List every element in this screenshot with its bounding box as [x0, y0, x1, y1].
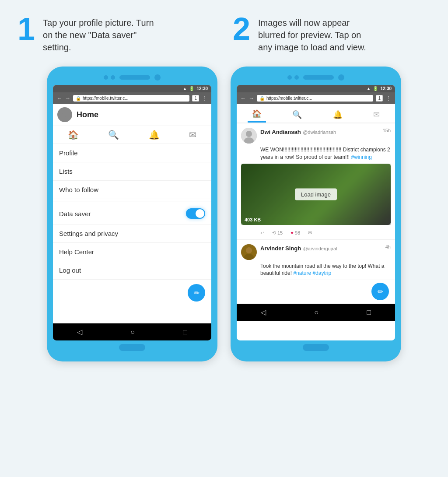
- menu-item-who-to-follow[interactable]: Who to follow: [53, 181, 211, 199]
- tweet-2-meta: Arvinder Singh @arvindergujral: [260, 244, 382, 252]
- back-android-button-2[interactable]: ◁: [261, 308, 266, 316]
- forward-button[interactable]: →: [65, 95, 70, 102]
- forward-button-2[interactable]: →: [248, 95, 254, 102]
- data-saver-toggle[interactable]: [186, 208, 205, 219]
- url-bar[interactable]: 🔒 https://mobile.twitter.c...: [73, 95, 189, 102]
- svg-point-6: [246, 247, 252, 253]
- menu-item-settings[interactable]: Settings and privacy: [53, 224, 211, 243]
- home-android-button[interactable]: ○: [130, 328, 135, 336]
- svg-point-0: [62, 111, 67, 116]
- phone-dot-4: [294, 75, 299, 80]
- tab-messages[interactable]: ✉: [369, 108, 384, 122]
- compose-button[interactable]: ✏: [188, 284, 205, 302]
- phone-dot-3: [287, 75, 292, 80]
- tweet-1-avatar: [241, 128, 257, 144]
- compose-icon: ✏: [194, 289, 200, 297]
- status-time: 12:30: [196, 86, 208, 91]
- menu-item-profile[interactable]: Profile: [53, 144, 211, 162]
- phone-2-home-button[interactable]: [303, 344, 329, 351]
- lock-icon: 🔒: [76, 96, 81, 101]
- tweet-2-body: Took the mountain road all the way to th…: [241, 263, 391, 277]
- home-android-button-2[interactable]: ○: [314, 309, 318, 316]
- tweet-1-body: WE WON!!!!!!!!!!!!!!!!!!!!!!!!!!!!!!!!!!…: [241, 146, 391, 161]
- profile-avatar[interactable]: [57, 107, 72, 122]
- menu-item-data-saver[interactable]: Data saver: [53, 203, 211, 224]
- signal-icon-2: ▲: [367, 86, 371, 91]
- step-1-number: 1: [18, 13, 35, 45]
- notifications-icon[interactable]: 🔔: [149, 130, 160, 140]
- retweet-button[interactable]: ⟲ 15: [272, 230, 283, 236]
- menu-item-help[interactable]: Help Center: [53, 243, 211, 261]
- tweet-2-avatar: [241, 244, 257, 260]
- messages-icon[interactable]: ✉: [189, 130, 196, 140]
- back-button-2[interactable]: ←: [240, 95, 246, 102]
- url-bar-2[interactable]: 🔒 https://mobile.twitter.c...: [257, 95, 373, 102]
- phone-1-speaker: [119, 75, 150, 80]
- tweet-1: Dwi Andiansah @dwiadriansah 15h WE WON!!…: [237, 123, 395, 240]
- tweet-2-handle: @arvindergujral: [303, 246, 337, 251]
- tab-count[interactable]: 1: [192, 95, 199, 102]
- more-button[interactable]: ⋮: [202, 95, 208, 102]
- phone-2: ▲ 🔋 12:30 ← → 🔒 https://mobile.twitter.c…: [231, 67, 401, 361]
- battery-icon-2: 🔋: [373, 86, 378, 91]
- phone-2-nav-bar[interactable]: ← → 🔒 https://mobile.twitter.c... 1 ⋮: [237, 92, 395, 104]
- phone-2-camera: [338, 74, 344, 81]
- share-button[interactable]: ✉: [308, 230, 312, 236]
- phone-2-dots: [287, 75, 299, 80]
- url-text: https://mobile.twitter.c...: [83, 96, 187, 101]
- search-icon[interactable]: 🔍: [108, 130, 119, 140]
- phone-1-bottom-nav: ◁ ○ □: [53, 323, 211, 340]
- tweet-1-header: Dwi Andiansah @dwiadriansah 15h: [241, 128, 391, 144]
- back-android-button[interactable]: ◁: [77, 328, 82, 336]
- menu-item-logout[interactable]: Log out: [53, 261, 211, 280]
- phone-1: ▲ 🔋 12:30 ← → 🔒 https://mobile.twitter.c…: [47, 67, 217, 361]
- step-1: 1 Tap your profile picture. Turn on the …: [9, 13, 224, 53]
- lock-icon-2: 🔒: [259, 96, 265, 101]
- menu-list: Profile Lists Who to follow Data saver: [53, 144, 211, 280]
- compose-button-2[interactable]: ✏: [371, 283, 389, 300]
- more-button-2[interactable]: ⋮: [385, 95, 392, 102]
- phone-1-home-button[interactable]: [119, 344, 145, 351]
- back-button[interactable]: ←: [56, 95, 62, 102]
- twitter-tabs[interactable]: 🏠 🔍 🔔 ✉: [237, 104, 395, 123]
- tab-notifications[interactable]: 🔔: [329, 108, 347, 122]
- tab-count-2[interactable]: 1: [376, 95, 383, 102]
- phone-2-screen: ▲ 🔋 12:30 ← → 🔒 https://mobile.twitter.c…: [237, 85, 395, 340]
- twitter-header: Home: [53, 104, 211, 126]
- like-button[interactable]: ♥ 98: [290, 230, 300, 235]
- battery-icon: 🔋: [189, 86, 194, 91]
- tab-search[interactable]: 🔍: [288, 108, 306, 122]
- tab-home[interactable]: 🏠: [248, 107, 266, 123]
- phone-1-content: Home 🏠 🔍 🔔 ✉ Profile Lists: [53, 104, 211, 323]
- menu-item-lists[interactable]: Lists: [53, 162, 211, 181]
- recents-android-button[interactable]: □: [183, 328, 187, 336]
- image-size: 403 KB: [245, 217, 261, 222]
- tweet-2-header: Arvinder Singh @arvindergujral 4h: [241, 244, 391, 260]
- step-2-number: 2: [233, 13, 250, 45]
- tweet-1-hashtag[interactable]: #winning: [351, 154, 371, 160]
- phone-dot-1: [104, 75, 108, 80]
- phone-1-nav-bar[interactable]: ← → 🔒 https://mobile.twitter.c... 1 ⋮: [53, 92, 211, 104]
- load-image-button[interactable]: Load image: [295, 188, 337, 200]
- step-2-text: Images will now appear blurred for previ…: [258, 13, 372, 53]
- recents-android-button-2[interactable]: □: [367, 309, 371, 316]
- tweet-1-time: 15h: [383, 128, 391, 133]
- home-icon[interactable]: 🏠: [68, 130, 79, 140]
- home-title: Home: [77, 110, 98, 119]
- tweet-1-handle: @dwiadriansah: [303, 130, 336, 135]
- phone-1-top-bar: [53, 74, 211, 81]
- toggle-knob: [196, 209, 204, 218]
- phone-2-status-bar: ▲ 🔋 12:30: [237, 85, 395, 92]
- svg-point-3: [246, 131, 252, 137]
- twitter-nav-icons[interactable]: 🏠 🔍 🔔 ✉: [53, 126, 211, 144]
- tweet-2: Arvinder Singh @arvindergujral 4h Took t…: [237, 240, 395, 281]
- tweet-2-hashtags[interactable]: #nature #daytrip: [293, 270, 331, 276]
- phone-1-camera: [154, 74, 161, 81]
- phone-1-dots: [104, 75, 115, 80]
- reply-button[interactable]: ↩: [260, 230, 264, 236]
- tweet-1-image[interactable]: Load image 403 KB: [241, 164, 391, 225]
- steps-container: 1 Tap your profile picture. Turn on the …: [9, 13, 439, 53]
- step-1-text: Tap your profile picture. Turn on the ne…: [43, 13, 157, 53]
- phone-2-bottom-nav: ◁ ○ □: [237, 304, 395, 321]
- phone-1-status-bar: ▲ 🔋 12:30: [53, 85, 211, 92]
